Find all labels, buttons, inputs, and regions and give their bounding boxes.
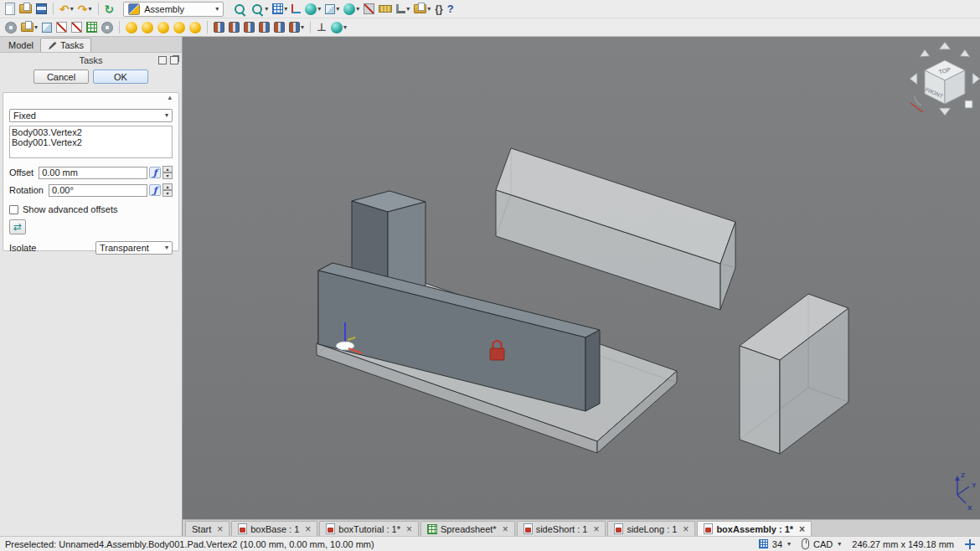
- stepper-up-icon[interactable]: [162, 183, 173, 190]
- documents-utility-button[interactable]: ▾: [412, 1, 432, 18]
- toolbar-view-group: ▾▾▾▾▾▾▾: [231, 1, 455, 18]
- stepper-down-icon[interactable]: [162, 173, 173, 179]
- map-sketch-button[interactable]: [70, 19, 84, 36]
- advanced-offsets-checkbox[interactable]: Show advanced offsets: [9, 204, 173, 214]
- document-tab[interactable]: sideLong : 1×: [607, 521, 695, 536]
- insert-component-icon: [142, 22, 153, 33]
- joint-slider-button[interactable]: [257, 19, 271, 36]
- 3d-viewport[interactable]: TOP FRONT Z Y X: [183, 37, 980, 519]
- close-icon[interactable]: ×: [799, 524, 805, 534]
- reverse-direction-button[interactable]: [9, 219, 26, 234]
- part-sideshort-ghost[interactable]: [740, 294, 848, 454]
- align-to-selection-button[interactable]: ▾: [271, 1, 289, 18]
- grid-size-value[interactable]: 34: [772, 539, 782, 549]
- navigation-cube[interactable]: TOP FRONT: [910, 42, 980, 116]
- list-item-reference-2[interactable]: Body001.Vertex2: [12, 137, 170, 147]
- collapse-section-icon[interactable]: ▴: [168, 94, 172, 101]
- create-bill-of-materials-icon: [189, 22, 201, 33]
- stepper-down-icon[interactable]: [162, 190, 173, 197]
- sketcher-edit-button[interactable]: ▾: [395, 1, 411, 18]
- document-tab-label: Spreadsheet*: [441, 524, 497, 534]
- grid-size-icon[interactable]: [759, 539, 768, 548]
- expression-editor-icon[interactable]: ƒ: [149, 167, 161, 178]
- refresh-button[interactable]: [103, 1, 116, 18]
- create-spreadsheet-button[interactable]: [85, 19, 99, 36]
- joint-distance-button[interactable]: ▾: [287, 19, 306, 36]
- insert-component-button[interactable]: [140, 19, 155, 36]
- joint-references-list[interactable]: Body003.Vertex2 Body001.Vertex2: [9, 126, 173, 158]
- expression-editor-icon[interactable]: ƒ: [149, 184, 161, 196]
- whats-this-button[interactable]: [446, 1, 456, 18]
- open-document-button[interactable]: [18, 1, 34, 18]
- part-utilities-button[interactable]: [100, 19, 115, 36]
- solve-assembly-button[interactable]: [156, 19, 171, 36]
- rotation-stepper[interactable]: [162, 183, 173, 197]
- document-tab[interactable]: Start×: [185, 521, 230, 536]
- document-tab[interactable]: boxTutorial : 1*×: [319, 521, 419, 536]
- checkbox-icon[interactable]: [9, 205, 18, 214]
- macro-editor-button[interactable]: [433, 1, 444, 18]
- advanced-offsets-label: Show advanced offsets: [23, 204, 118, 214]
- create-body-button[interactable]: [40, 19, 54, 36]
- measure-button[interactable]: [377, 1, 394, 18]
- create-sketch-button[interactable]: [54, 19, 69, 36]
- tab-tasks[interactable]: Tasks: [40, 38, 91, 52]
- rotation-row: Rotation 0.00° ƒ: [9, 183, 173, 197]
- sync-view-button[interactable]: [290, 1, 302, 18]
- part-utilities-icon: [101, 22, 113, 33]
- workbench-selector[interactable]: Assembly ▾: [123, 2, 224, 17]
- new-document-button[interactable]: [3, 1, 17, 18]
- tab-model[interactable]: Model: [2, 39, 40, 52]
- document-tab[interactable]: Spreadsheet*×: [420, 521, 515, 536]
- draw-style-icon: [325, 4, 335, 14]
- document-tab[interactable]: boxAssembly : 1*×: [697, 521, 812, 536]
- close-icon[interactable]: ×: [406, 524, 412, 534]
- document-tab[interactable]: sideShort : 1×: [517, 521, 606, 536]
- joint-fixed-button[interactable]: [212, 19, 226, 36]
- ok-button[interactable]: OK: [93, 70, 148, 84]
- close-icon[interactable]: ×: [305, 524, 311, 534]
- toggle-grounded-button[interactable]: [315, 19, 328, 36]
- view-isometric-icon: [305, 3, 317, 15]
- create-part-button[interactable]: [3, 19, 18, 36]
- offset-input[interactable]: 0.00 mm: [39, 167, 147, 179]
- joint-type-dropdown[interactable]: Fixed ▾: [9, 109, 173, 122]
- cancel-button[interactable]: Cancel: [34, 70, 89, 84]
- fit-selection-button[interactable]: ▾: [249, 1, 270, 18]
- create-group-button[interactable]: ▾: [19, 19, 39, 36]
- axes-toggle-icon[interactable]: [965, 539, 975, 549]
- navcube-arrow-upleft-icon: [920, 49, 930, 57]
- stepper-up-icon[interactable]: [162, 166, 173, 173]
- close-icon[interactable]: ×: [217, 524, 223, 534]
- create-bill-of-materials-button[interactable]: [188, 19, 203, 36]
- chevron-down-icon: ▾: [427, 6, 431, 13]
- save-document-button[interactable]: [34, 1, 49, 18]
- document-tab[interactable]: boxBase : 1×: [231, 521, 317, 536]
- create-exploded-view-button[interactable]: [172, 19, 187, 36]
- list-item-reference-1[interactable]: Body003.Vertex2: [12, 127, 170, 137]
- view-isometric-button[interactable]: ▾: [303, 1, 322, 18]
- float-panel-icon[interactable]: [170, 56, 178, 64]
- edit-pencil-icon: [48, 41, 57, 50]
- dock-panel-icon[interactable]: [158, 56, 167, 64]
- joint-cylindrical-button[interactable]: [242, 19, 256, 36]
- assembly-utilities-button[interactable]: ▾: [329, 19, 348, 36]
- fit-all-button[interactable]: [231, 1, 248, 18]
- clipping-plane-button[interactable]: [362, 1, 376, 18]
- undo-button[interactable]: ▾: [58, 1, 75, 18]
- part-sidelong-ghost[interactable]: [496, 148, 735, 310]
- joint-revolute-button[interactable]: [227, 19, 241, 36]
- create-assembly-button[interactable]: [124, 19, 139, 36]
- isolate-dropdown[interactable]: Transparent ▾: [95, 241, 173, 255]
- close-icon[interactable]: ×: [683, 524, 689, 534]
- stereo-view-button[interactable]: ▾: [342, 1, 361, 18]
- offset-stepper[interactable]: [162, 166, 173, 179]
- nav-style-value[interactable]: CAD: [813, 539, 833, 549]
- draw-style-button[interactable]: ▾: [323, 1, 341, 18]
- rotation-label: Rotation: [9, 185, 44, 195]
- rotation-input[interactable]: 0.00°: [49, 184, 147, 197]
- close-icon[interactable]: ×: [503, 524, 508, 534]
- joint-ball-button[interactable]: [272, 19, 286, 36]
- redo-button[interactable]: ▾: [76, 1, 94, 18]
- close-icon[interactable]: ×: [593, 524, 599, 534]
